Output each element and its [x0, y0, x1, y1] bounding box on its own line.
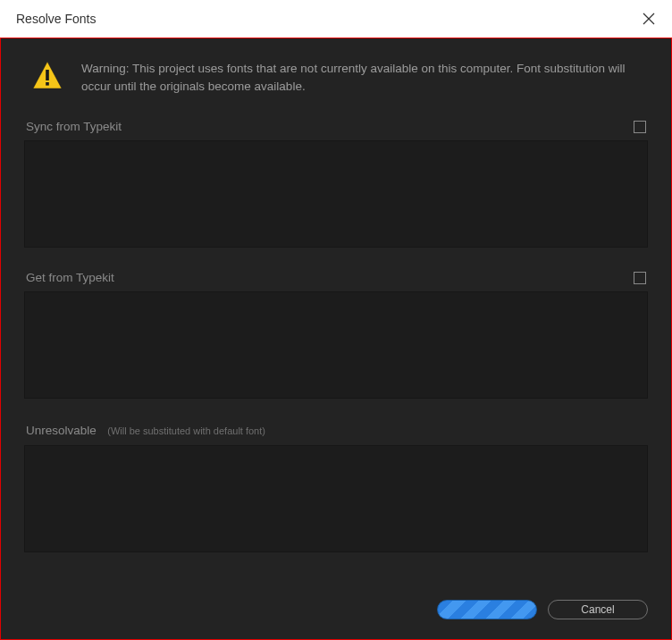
- cancel-button[interactable]: Cancel: [548, 600, 648, 619]
- unresolvable-sublabel: (Will be substituted with default font): [107, 425, 265, 436]
- unresolvable-list[interactable]: [24, 445, 648, 552]
- cancel-button-label: Cancel: [581, 603, 614, 616]
- unresolvable-label: Unresolvable: [26, 424, 97, 437]
- unresolvable-section-header: Unresolvable (Will be substituted with d…: [24, 422, 648, 438]
- get-section: Get from Typekit: [24, 271, 648, 399]
- svg-rect-3: [46, 70, 49, 80]
- dialog-body: Warning: This project uses fonts that ar…: [0, 38, 672, 640]
- titlebar: Resolve Fonts: [0, 0, 672, 38]
- button-row: Cancel: [24, 584, 648, 619]
- close-button[interactable]: [638, 8, 659, 29]
- svg-rect-4: [46, 82, 49, 86]
- close-icon: [643, 13, 655, 25]
- get-section-header: Get from Typekit: [24, 271, 648, 284]
- warning-row: Warning: This project uses fonts that ar…: [24, 58, 648, 95]
- sync-checkbox[interactable]: [634, 121, 646, 133]
- get-label: Get from Typekit: [26, 271, 114, 284]
- sync-section: Sync from Typekit: [24, 120, 648, 248]
- sync-list[interactable]: [24, 140, 648, 248]
- resolve-fonts-dialog: Resolve Fonts Warning: This project uses…: [0, 0, 672, 640]
- warning-icon: [31, 60, 63, 92]
- warning-text: Warning: This project uses fonts that ar…: [81, 58, 648, 95]
- sync-label: Sync from Typekit: [26, 120, 122, 133]
- ok-button[interactable]: [437, 600, 537, 619]
- get-list[interactable]: [24, 291, 648, 399]
- sync-section-header: Sync from Typekit: [24, 120, 648, 133]
- unresolvable-section: Unresolvable (Will be substituted with d…: [24, 422, 648, 552]
- dialog-title: Resolve Fonts: [16, 12, 96, 26]
- unresolvable-label-group: Unresolvable (Will be substituted with d…: [26, 422, 265, 438]
- get-checkbox[interactable]: [634, 272, 646, 284]
